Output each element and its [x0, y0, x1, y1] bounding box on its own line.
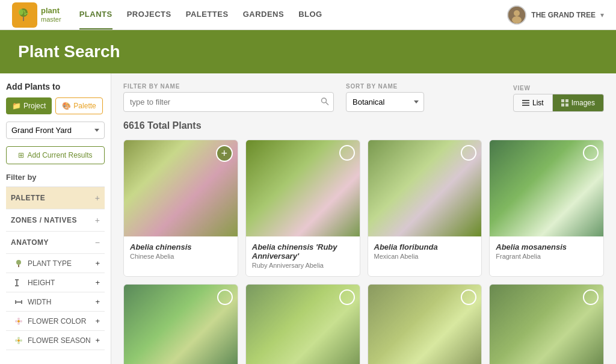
main-layout: Add Plants to 📁 Project 🎨 Palette Grand …	[0, 73, 616, 364]
svg-rect-29	[561, 99, 564, 102]
plant-select-button[interactable]	[583, 289, 599, 305]
height-plus-icon: +	[95, 278, 100, 287]
plant-select-button[interactable]	[339, 145, 355, 161]
plant-card[interactable]: Abelia × grandifloraGlossy Abelia	[245, 284, 360, 364]
filter-flower-color-label: FLOWER COLOR	[14, 317, 86, 325]
svg-point-16	[20, 320, 22, 322]
svg-point-4	[514, 10, 520, 16]
plant-select-button[interactable]	[339, 289, 355, 305]
flower-color-plus-icon: +	[95, 316, 100, 325]
plant-select-button[interactable]	[583, 145, 599, 161]
svg-point-20	[17, 337, 20, 339]
svg-rect-12	[15, 300, 16, 304]
filter-palette[interactable]: PALETTE +	[6, 187, 105, 209]
svg-rect-32	[565, 103, 568, 106]
search-toolbar: FILTER BY NAME SORT BY NAME Botanical Co…	[123, 83, 604, 112]
search-input[interactable]	[123, 92, 334, 112]
plant-scientific-name: Abelia chinensis	[130, 242, 232, 251]
nav-projects[interactable]: PROJECTS	[127, 0, 171, 29]
images-view-button[interactable]: Images	[553, 94, 604, 112]
flower-season-icon	[14, 336, 23, 345]
plant-scientific-name: Abelia chinensis 'Ruby Anniversary'	[252, 242, 354, 261]
filter-anatomy-icon: −	[95, 238, 100, 247]
nav-links: PLANTS PROJECTS PALETTES GARDENS BLOG	[79, 0, 508, 29]
images-icon	[561, 99, 568, 106]
plant-card[interactable]: Abelia chinensis 'Ruby Anniversary'Ruby …	[245, 140, 360, 277]
flower-season-plus-icon: +	[95, 336, 100, 345]
plant-common-name: Mexican Abelia	[374, 253, 476, 260]
svg-rect-28	[522, 105, 529, 106]
folder-icon: 📁	[12, 102, 21, 110]
filter-by-name-label: FILTER BY NAME	[123, 83, 334, 90]
width-icon	[14, 298, 23, 306]
palette-button[interactable]: 🎨 Palette	[55, 97, 102, 114]
navbar: plant master PLANTS PROJECTS PALETTES GA…	[0, 0, 616, 30]
svg-point-24	[322, 98, 327, 103]
svg-point-23	[15, 339, 17, 342]
nav-plants[interactable]: PLANTS	[79, 0, 112, 29]
filter-sections: PALETTE + ZONES / NATIVES + ANATOMY − PL…	[6, 187, 105, 350]
logo-text: plant master	[41, 6, 61, 23]
svg-rect-31	[561, 103, 564, 106]
filter-zones[interactable]: ZONES / NATIVES +	[6, 209, 105, 232]
filter-plant-type[interactable]: PLANT TYPE +	[6, 254, 105, 273]
svg-point-21	[20, 339, 22, 342]
garden-dropdown[interactable]: Grand Front Yard Back Garden Side Yard	[6, 122, 105, 139]
sidebar: Add Plants to 📁 Project 🎨 Palette Grand …	[0, 73, 111, 364]
logo[interactable]: plant master	[12, 2, 61, 28]
svg-rect-30	[565, 99, 568, 102]
plant-card[interactable]: Abelia schumanniiSchumann's Abelia	[123, 284, 238, 364]
page-title: Plant Search	[18, 42, 598, 61]
plant-type-icon	[14, 259, 23, 268]
filter-flower-season-label: FLOWER SEASON	[14, 336, 91, 345]
add-current-results-button[interactable]: ⊞ Add Current Results	[6, 146, 105, 164]
plant-card[interactable]: Abelia × grandiflora 'Confetti'Confetti …	[489, 284, 604, 364]
plant-select-button[interactable]	[461, 289, 476, 305]
nav-gardens[interactable]: GARDENS	[243, 0, 285, 29]
plant-card[interactable]: +Abelia chinensisChinese Abelia	[123, 140, 238, 277]
search-icon-button[interactable]	[321, 97, 329, 107]
user-menu[interactable]: THE GRAND TREE ▾	[507, 5, 604, 25]
flower-color-icon	[14, 317, 23, 325]
project-button[interactable]: 📁 Project	[6, 97, 52, 114]
plant-select-button[interactable]	[217, 289, 233, 305]
height-icon	[14, 279, 23, 287]
filter-height[interactable]: HEIGHT +	[6, 273, 105, 292]
plant-card[interactable]: Abelia floribundaMexican Abelia	[368, 140, 482, 277]
svg-line-25	[326, 102, 329, 105]
page-header: Plant Search	[0, 30, 616, 73]
list-view-button[interactable]: List	[513, 94, 553, 112]
sort-by-name-group: SORT BY NAME Botanical Common Family	[346, 83, 424, 112]
svg-rect-26	[522, 100, 529, 101]
filter-zones-icon: +	[95, 215, 100, 225]
svg-point-18	[15, 320, 17, 322]
nav-blog[interactable]: BLOG	[298, 0, 322, 29]
plant-card[interactable]: Abelia × grandiflora 'Kaleidoscope'Kalei…	[368, 284, 482, 364]
sort-select[interactable]: Botanical Common Family	[346, 92, 424, 112]
plant-scientific-name: Abelia mosanensis	[496, 242, 597, 251]
filter-flower-color[interactable]: FLOWER COLOR +	[6, 312, 105, 331]
plant-common-name: Fragrant Abelia	[496, 253, 597, 260]
plant-add-button[interactable]: +	[216, 145, 233, 162]
filter-flower-season[interactable]: FLOWER SEASON +	[6, 331, 105, 350]
plant-type-plus-icon: +	[95, 259, 100, 268]
search-icon	[321, 97, 329, 105]
svg-point-15	[17, 318, 20, 320]
plant-card[interactable]: Abelia mosanensisFragrant Abelia	[489, 140, 604, 277]
filter-width[interactable]: WIDTH +	[6, 292, 105, 312]
svg-point-2	[19, 9, 23, 15]
palette-icon: 🎨	[62, 102, 71, 110]
filter-palette-icon: +	[95, 193, 100, 203]
width-plus-icon: +	[95, 297, 100, 306]
view-group: VIEW List	[513, 85, 604, 112]
filter-palette-label: PALETTE	[11, 194, 45, 202]
add-to-buttons: 📁 Project 🎨 Palette	[6, 97, 105, 114]
search-input-wrap	[123, 92, 334, 112]
content-area: FILTER BY NAME SORT BY NAME Botanical Co…	[111, 73, 616, 364]
filter-anatomy[interactable]: ANATOMY −	[6, 232, 105, 254]
nav-palettes[interactable]: PALETTES	[186, 0, 229, 29]
svg-point-17	[17, 322, 20, 325]
plant-select-button[interactable]	[461, 145, 476, 161]
list-icon	[522, 99, 529, 106]
logo-icon	[12, 2, 37, 28]
